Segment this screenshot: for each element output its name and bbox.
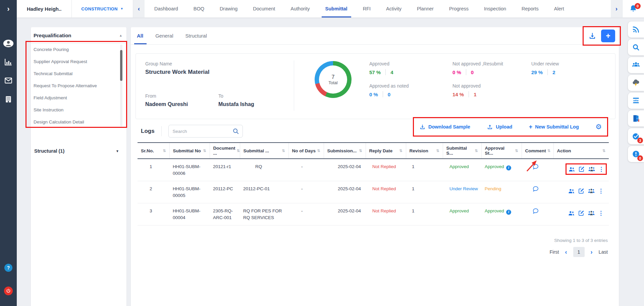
col-reply-date[interactable]: Reply Date⇅ (366, 143, 406, 159)
tab-all[interactable]: All (137, 27, 151, 44)
pagination-last[interactable]: Last (599, 249, 608, 255)
col-comment[interactable]: Comment⇅ (522, 143, 553, 159)
col-document[interactable]: Document ...⇅ (210, 143, 240, 159)
pagination-page-1[interactable]: 1 (573, 247, 585, 257)
tab-structural[interactable]: Structural (185, 27, 215, 44)
search-icon (632, 43, 640, 51)
building-rail-button[interactable] (0, 95, 17, 104)
pagination-prev-icon[interactable]: ‹ (565, 249, 567, 256)
tab-activity[interactable]: Activity (378, 0, 409, 17)
tab-alert[interactable]: Alert (546, 0, 572, 17)
logout-button[interactable] (0, 287, 17, 295)
more-actions-button[interactable]: ⋮ (598, 166, 604, 172)
tab-inspection[interactable]: Inspection (476, 0, 514, 17)
cell-approval-status: Approvedi (481, 159, 522, 181)
new-submittal-log-button[interactable]: + New Submittal Log (529, 123, 579, 131)
col-no-of-days[interactable]: No of Days⇅ (288, 143, 324, 159)
notifications-button[interactable]: 0 (622, 0, 644, 17)
tab-drawing[interactable]: Drawing (212, 0, 245, 17)
dashboard-rail-button[interactable] (0, 58, 17, 66)
tab-document[interactable]: Document (245, 0, 283, 17)
info-icon[interactable]: i (506, 210, 511, 215)
team-dock-button[interactable] (628, 57, 644, 73)
sort-icon: ⇅ (282, 149, 285, 153)
edit-button[interactable] (578, 210, 585, 216)
tab-authority[interactable]: Authority (283, 0, 317, 17)
col-revision[interactable]: Revision⇅ (406, 143, 443, 159)
filter-item-concrete-pouring[interactable]: Concrete Pouring (31, 43, 126, 55)
tab-progress[interactable]: Progress (441, 0, 476, 17)
avatar[interactable] (0, 39, 17, 48)
chevron-up-icon[interactable]: ▲ (119, 34, 122, 37)
module-selector[interactable]: CONSTRUCTION ▼ (72, 0, 133, 17)
sort-icon: ⇅ (203, 149, 206, 153)
comment-button[interactable] (532, 208, 539, 215)
filter-item-request-to-propose-alternative[interactable]: Request To Propose Alternative (31, 80, 126, 92)
workflow-group-button[interactable] (588, 165, 595, 173)
download-logs-button[interactable] (588, 32, 596, 40)
col-submittal-no[interactable]: Submittal No⇅ (169, 143, 210, 159)
more-actions-button[interactable]: ⋮ (598, 188, 604, 194)
meeting-dock-button[interactable] (628, 93, 644, 109)
more-actions-button[interactable]: ⋮ (598, 210, 604, 216)
issues-dock-button[interactable]: 0 (628, 146, 644, 162)
info-icon[interactable]: i (506, 165, 511, 170)
comment-button[interactable] (532, 186, 539, 193)
project-name[interactable]: Hadley Heigh.. (17, 0, 72, 17)
assign-users-button[interactable] (568, 166, 575, 173)
cell-action: ⋮ (553, 181, 609, 203)
mail-rail-button[interactable] (0, 76, 17, 85)
col-action[interactable]: Action⇅ (553, 143, 609, 159)
table-row: 3 HH01-SUBM-00004 2305-RQ-ARC-001 RQ FOR… (138, 203, 609, 225)
table-settings-button[interactable]: ⚙ (595, 123, 602, 131)
filter-item-technical-submittal[interactable]: Technical Submittal (31, 67, 126, 80)
col-submission[interactable]: Submission...⇅ (324, 143, 366, 159)
download-sample-button[interactable]: Download Sample (419, 124, 470, 130)
comment-button[interactable] (532, 163, 539, 171)
scroll-tabs-left-button[interactable]: ‹ (133, 0, 145, 17)
assign-users-button[interactable] (568, 188, 575, 195)
tab-boq[interactable]: BOQ (186, 0, 212, 17)
tab-dashboard[interactable]: Dashboard (147, 0, 186, 17)
site-access-dock-button[interactable] (628, 110, 644, 126)
filter-item-design-calculation-detail[interactable]: Design Calculation Detail (31, 116, 126, 128)
filter-item-supplier-approval-request[interactable]: Supplier Approval Request (31, 55, 126, 67)
col-srno[interactable]: Sr.No.⇅ (138, 143, 169, 159)
assign-users-button[interactable] (568, 210, 575, 217)
tab-rfi[interactable]: RFI (355, 0, 378, 17)
upload-button[interactable]: Upload (487, 124, 512, 130)
chevron-down-icon[interactable]: ▼ (116, 149, 119, 153)
tab-submittal[interactable]: Submittal (318, 0, 355, 17)
edit-button[interactable] (578, 188, 585, 194)
workflow-group-button[interactable] (588, 209, 595, 217)
cell-reply-date: Not Replied (366, 181, 406, 203)
expand-sidebar-button[interactable]: › (0, 4, 17, 14)
filter-group-structural[interactable]: Structural (1) ▼ (31, 144, 126, 158)
filter-item-site-instruction[interactable]: Site Instruction (31, 104, 126, 116)
tab-reports[interactable]: Reports (514, 0, 546, 17)
filter-scrollbar[interactable] (120, 45, 122, 126)
search-input[interactable] (168, 125, 243, 138)
add-submittal-button[interactable]: + (601, 30, 615, 42)
scroll-tabs-right-button[interactable]: › (611, 0, 622, 17)
tab-planner[interactable]: Planner (409, 0, 441, 17)
feed-dock-button[interactable] (628, 21, 644, 38)
filter-scrollbar-thumb[interactable] (120, 50, 122, 81)
filter-item-field-adjustment[interactable]: Field Adjustment (31, 92, 126, 104)
pagination-first[interactable]: First (549, 249, 559, 255)
storm-icon (632, 79, 640, 87)
col-approval-status[interactable]: Approval St...⇅ (481, 143, 522, 159)
stat-label: Not approved ,Resubmit (452, 61, 530, 66)
workflow-group-button[interactable] (588, 187, 595, 195)
filter-panel-header[interactable]: Prequalification ▲ (31, 27, 126, 44)
col-submittal-status[interactable]: Submittal S...⇅ (443, 143, 481, 159)
search-icon[interactable] (232, 128, 239, 136)
search-dock-button[interactable] (628, 39, 644, 55)
approvals-dock-button[interactable]: 3 (628, 128, 644, 144)
col-submittal[interactable]: Submittal ...⇅ (240, 143, 288, 159)
tab-general[interactable]: General (155, 27, 181, 44)
help-button[interactable]: ? (0, 264, 17, 272)
edit-button[interactable] (578, 166, 585, 172)
pagination-next-icon[interactable]: › (591, 249, 593, 256)
weather-dock-button[interactable] (628, 75, 644, 91)
